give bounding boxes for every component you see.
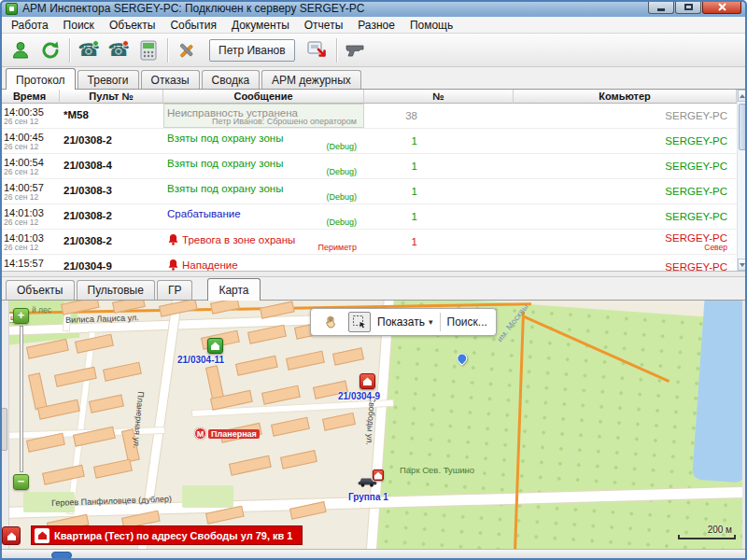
event-date: 26 сен 12 bbox=[4, 193, 60, 202]
table-row-3[interactable]: 14:00:5726 сен 1221/0308-3Взяты под охра… bbox=[0, 179, 737, 204]
cell-pult: 21/0308-3 bbox=[60, 179, 163, 203]
column-header-3[interactable]: № bbox=[364, 90, 514, 104]
zoom-slider[interactable] bbox=[20, 326, 23, 472]
hangup-call-button[interactable]: ☎ bbox=[104, 36, 134, 64]
menu-item-4[interactable]: Документы bbox=[224, 17, 297, 34]
map-building bbox=[271, 417, 310, 437]
column-header-1[interactable]: Пульт № bbox=[60, 90, 163, 104]
keypad-device-icon bbox=[139, 40, 158, 61]
bottom-tab-3[interactable]: Карта bbox=[207, 278, 260, 301]
map-park-area bbox=[375, 301, 742, 549]
refresh-button[interactable] bbox=[35, 36, 65, 64]
bottom-tab-0[interactable]: Объекты bbox=[6, 280, 75, 300]
map-building bbox=[93, 459, 133, 479]
pan-tool-button[interactable] bbox=[319, 312, 342, 332]
bottom-tab-bar: ОбъектыПультовыеГРКарта bbox=[0, 277, 747, 301]
map-canvas[interactable]: М Планерная + − Показать ▾ Поиск... 200 … bbox=[9, 301, 742, 549]
cell-number: 1 bbox=[364, 204, 514, 229]
alarm-banner[interactable]: Квартира (Тест) по адресу Свободы ул 79,… bbox=[31, 525, 303, 545]
scrollbar-thumb[interactable] bbox=[739, 104, 746, 150]
computer-name: SERGEY-PC bbox=[665, 186, 727, 197]
computer-name: SERGEY-PC bbox=[665, 110, 727, 121]
settings-button[interactable] bbox=[172, 36, 202, 64]
menu-item-0[interactable]: Работа bbox=[4, 17, 56, 34]
menu-item-2[interactable]: Объекты bbox=[102, 17, 163, 34]
map-marker-green-house[interactable] bbox=[207, 338, 223, 354]
pult-number: 21/0304-9 bbox=[60, 255, 163, 271]
table-row-6[interactable]: 14:15:5721/0304-9НападениеSERGEY-PC bbox=[0, 255, 737, 271]
map-label-4: Парк Сев. Тушино bbox=[400, 465, 474, 475]
map-green-patch bbox=[182, 485, 233, 508]
map-building bbox=[229, 455, 272, 476]
table-row-2[interactable]: 14:00:5426 сен 1221/0308-4Взяты под охра… bbox=[0, 154, 737, 179]
menu-item-7[interactable]: Помощь bbox=[402, 17, 460, 34]
logout-button[interactable] bbox=[303, 36, 332, 64]
map-building bbox=[235, 356, 278, 376]
scroll-up-button[interactable] bbox=[738, 90, 747, 102]
map-label-1: Планерная ул. bbox=[132, 391, 146, 449]
menu-item-1[interactable]: Поиск bbox=[56, 17, 102, 34]
map-search-button[interactable]: Поиск... bbox=[447, 315, 487, 329]
main-tab-4[interactable]: АРМ дежурных bbox=[261, 70, 361, 89]
main-tab-0[interactable]: Протокол bbox=[6, 68, 76, 90]
alarm-button[interactable] bbox=[2, 526, 21, 545]
column-header-2[interactable]: Сообщение bbox=[163, 90, 364, 104]
map-marker-label: 21/0304-9 bbox=[338, 391, 380, 401]
map-side-scrollbar-thumb[interactable] bbox=[1, 408, 7, 451]
current-operator-button[interactable]: Петр Иванов bbox=[209, 39, 295, 62]
zoom-out-button[interactable]: − bbox=[13, 474, 29, 490]
table-row-0[interactable]: 14:00:3526 сен 12*М58Неисправность устра… bbox=[0, 104, 737, 129]
operator-button[interactable] bbox=[6, 36, 35, 64]
main-tab-bar: ПротоколТревогиОтказыСводкаАРМ дежурных bbox=[0, 67, 747, 90]
main-tab-2[interactable]: Отказы bbox=[141, 70, 200, 89]
map-marker-group-car[interactable] bbox=[357, 474, 379, 491]
column-header-0[interactable]: Время bbox=[0, 90, 60, 104]
alarm-text: Квартира (Тест) по адресу Свободы ул 79,… bbox=[54, 530, 293, 541]
main-tab-3[interactable]: Сводка bbox=[202, 70, 261, 89]
device-panel-button[interactable] bbox=[134, 36, 163, 64]
cell-computer: SERGEY-PC bbox=[514, 129, 737, 153]
computer-name: SERGEY-PC bbox=[665, 261, 727, 271]
map-building bbox=[332, 347, 364, 365]
bottom-tab-2[interactable]: ГР bbox=[157, 280, 193, 300]
scroll-down-button[interactable] bbox=[738, 259, 747, 271]
column-header-4[interactable]: Комьютер bbox=[514, 90, 737, 104]
table-row-1[interactable]: 14:00:4526 сен 1221/0308-2Взяты под охра… bbox=[0, 129, 737, 154]
cell-pult: 21/0308-2 bbox=[60, 129, 163, 153]
metro-icon: М bbox=[194, 427, 206, 440]
answer-call-button[interactable]: ☎ bbox=[74, 36, 104, 64]
cell-number: 1 bbox=[364, 129, 514, 153]
cell-time: 14:01:0326 сен 12 bbox=[0, 204, 60, 229]
menu-item-3[interactable]: События bbox=[162, 17, 224, 34]
table-row-5[interactable]: 14:01:0326 сен 1221/0308-2Тревога в зоне… bbox=[0, 230, 737, 255]
minimize-button[interactable] bbox=[648, 0, 674, 14]
close-button[interactable] bbox=[702, 0, 741, 14]
metro-station[interactable]: М Планерная bbox=[194, 427, 260, 440]
table-row-4[interactable]: 14:01:0326 сен 1221/0308-2Срабатывание(D… bbox=[0, 204, 737, 230]
map-side-scrollbar[interactable] bbox=[0, 301, 9, 549]
map-marker-red-house[interactable] bbox=[359, 373, 375, 389]
map-label-7: й лес bbox=[32, 305, 51, 315]
vertical-scrollbar[interactable] bbox=[737, 90, 747, 271]
app-icon bbox=[6, 3, 18, 15]
show-dropdown-button[interactable]: Показать ▾ bbox=[377, 315, 433, 329]
event-time: 14:00:54 bbox=[4, 154, 60, 168]
cell-number: 1 bbox=[364, 230, 514, 254]
map-building bbox=[61, 301, 100, 315]
cell-number bbox=[364, 255, 514, 271]
zoom-in-button[interactable]: + bbox=[13, 308, 29, 324]
select-tool-button[interactable] bbox=[348, 312, 371, 332]
menu-item-5[interactable]: Отчеты bbox=[297, 17, 350, 34]
title-bar[interactable]: АРМ Инспектора SERGEY-PC: Подключен к се… bbox=[0, 0, 747, 17]
message-subtext: (Debug) bbox=[326, 142, 357, 151]
alarm-house-icon bbox=[7, 531, 17, 541]
computer-subtext: Север bbox=[704, 244, 727, 252]
main-tab-1[interactable]: Тревоги bbox=[78, 70, 139, 89]
bottom-tab-1[interactable]: Пультовые bbox=[77, 280, 155, 300]
weapon-button[interactable] bbox=[341, 36, 371, 64]
splitter[interactable] bbox=[0, 271, 747, 277]
maximize-button[interactable] bbox=[675, 0, 701, 14]
show-label: Показать bbox=[377, 315, 425, 329]
menu-item-6[interactable]: Разное bbox=[350, 17, 402, 34]
map-building bbox=[210, 301, 240, 315]
